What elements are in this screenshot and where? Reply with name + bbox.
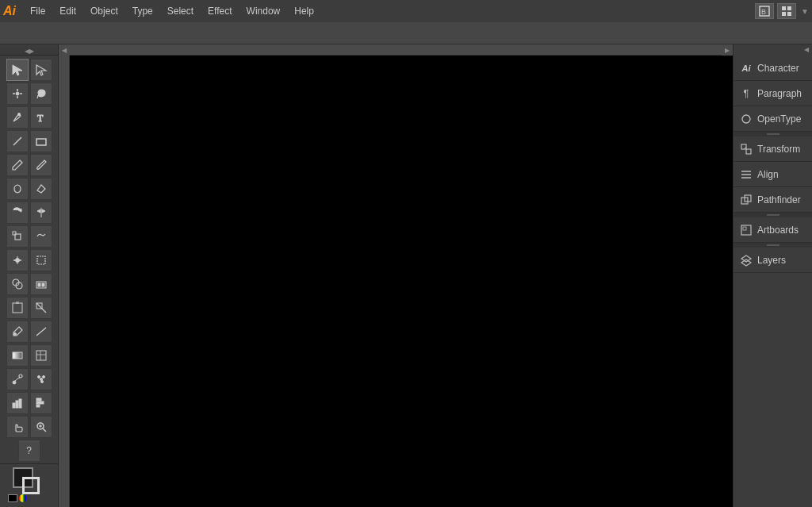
warp-tool[interactable] — [30, 225, 52, 248]
column-graph-tool[interactable] — [6, 392, 29, 414]
panel-item-layers[interactable]: Layers — [733, 248, 812, 273]
tool-row-pencil — [6, 154, 52, 176]
svg-line-15 — [13, 137, 21, 145]
panel-item-character[interactable]: Ai Character — [733, 56, 812, 81]
panel-item-transform[interactable]: Transform — [733, 136, 812, 162]
blob-brush-tool[interactable] — [6, 178, 29, 200]
menu-select[interactable]: Select — [161, 3, 200, 19]
measure-tool[interactable] — [30, 321, 52, 343]
symbol-sprayer-tool[interactable] — [30, 368, 52, 390]
align-label: Align — [757, 169, 779, 180]
tool-row-shapes — [6, 130, 52, 152]
transform-icon — [740, 143, 753, 156]
tool-row-wand — [6, 83, 52, 105]
svg-rect-70 — [746, 149, 751, 154]
menu-file[interactable]: File — [24, 3, 52, 19]
svg-marker-7 — [36, 65, 46, 75]
tool-row-artboard — [6, 297, 52, 319]
character-label: Character — [757, 63, 799, 74]
artboard-tool[interactable] — [6, 297, 29, 319]
canvas-scroll-top-right[interactable]: ▶ — [722, 44, 733, 56]
direct-selection-tool[interactable] — [30, 59, 52, 81]
svg-rect-32 — [42, 283, 44, 286]
blend-tool[interactable] — [6, 368, 29, 390]
shape-builder-tool[interactable] — [6, 273, 29, 295]
svg-marker-6 — [13, 65, 22, 75]
line-tool[interactable] — [6, 130, 29, 152]
svg-rect-42 — [36, 351, 46, 360]
swap-colors-icon[interactable] — [19, 494, 27, 502]
scale-tool[interactable] — [6, 225, 29, 248]
svg-rect-53 — [19, 399, 21, 408]
color-section — [3, 467, 55, 502]
svg-rect-3 — [787, 6, 791, 10]
pen-tool[interactable] — [6, 106, 29, 129]
menu-effect[interactable]: Effect — [201, 3, 238, 19]
tool-row-blob — [6, 178, 52, 200]
svg-marker-19 — [37, 209, 40, 213]
magic-wand-tool[interactable] — [6, 83, 29, 105]
svg-point-38 — [13, 333, 16, 336]
svg-text:T: T — [37, 113, 44, 124]
panel-item-paragraph[interactable]: ¶ Paragraph — [733, 81, 812, 106]
free-transform-tool[interactable] — [30, 249, 52, 271]
pencil-tool[interactable] — [6, 154, 29, 176]
rotate-tool[interactable] — [6, 202, 29, 224]
svg-point-12 — [16, 92, 19, 95]
main-layout: ◀▶ T — [0, 44, 812, 507]
svg-marker-20 — [42, 209, 45, 213]
brush-tool[interactable] — [30, 154, 52, 176]
grid-view-icon[interactable] — [777, 3, 796, 19]
tool-row-width — [6, 249, 52, 271]
svg-rect-69 — [741, 144, 746, 149]
type-tool[interactable]: T — [30, 106, 52, 129]
canvas-document[interactable] — [70, 56, 733, 507]
stroke-color-box[interactable] — [22, 477, 40, 494]
pathfinder-label: Pathfinder — [757, 194, 801, 205]
canvas-ruler-corner[interactable]: ◀ — [59, 44, 70, 56]
dropdown-arrow[interactable]: ▼ — [799, 7, 809, 16]
svg-marker-79 — [741, 255, 751, 262]
lasso-tool[interactable] — [30, 83, 52, 105]
svg-rect-16 — [36, 139, 46, 145]
slice-tool[interactable] — [30, 297, 52, 319]
menu-object[interactable]: Object — [84, 3, 124, 19]
canvas-area: ◀ ▶ — [59, 44, 733, 507]
help-tool[interactable]: ? — [18, 440, 40, 462]
menu-help[interactable]: Help — [288, 3, 320, 19]
pathfinder-icon — [740, 194, 753, 206]
arrange-icon[interactable]: B — [755, 3, 774, 19]
menu-type[interactable]: Type — [126, 3, 159, 19]
bar-graph-tool[interactable] — [30, 392, 52, 414]
panel-item-artboards[interactable]: Artboards — [733, 217, 812, 243]
svg-point-13 — [17, 113, 20, 116]
panel-item-opentype[interactable]: OpenType — [733, 106, 812, 132]
vertical-ruler — [59, 56, 70, 507]
panel-item-pathfinder[interactable]: Pathfinder — [733, 187, 812, 213]
gradient-tool[interactable] — [6, 344, 29, 367]
hand-tool[interactable] — [6, 416, 29, 438]
svg-rect-31 — [38, 283, 40, 286]
rectangle-tool[interactable] — [30, 130, 52, 152]
width-tool[interactable] — [6, 249, 29, 271]
svg-point-46 — [19, 374, 22, 378]
tool-row-scale — [6, 225, 52, 248]
eraser-tool[interactable] — [30, 178, 52, 200]
selection-tool[interactable] — [6, 59, 29, 81]
eyedropper-tool[interactable] — [6, 321, 29, 343]
panel-arrow-icon[interactable]: ◀ — [804, 46, 809, 54]
panel-collapse-top: ◀ — [733, 44, 812, 56]
reflect-tool[interactable] — [30, 202, 52, 224]
default-colors-icon[interactable] — [8, 494, 17, 502]
svg-rect-27 — [37, 256, 45, 264]
ruler-collapse[interactable]: ◀▶ — [25, 48, 34, 55]
paragraph-icon: ¶ — [740, 87, 753, 100]
zoom-tool[interactable] — [30, 416, 52, 438]
panel-item-align[interactable]: Align — [733, 162, 812, 187]
tool-row-gradient — [6, 344, 52, 367]
live-paint-tool[interactable] — [30, 273, 52, 295]
svg-rect-52 — [16, 401, 18, 408]
mesh-tool[interactable] — [30, 344, 52, 367]
menu-edit[interactable]: Edit — [53, 3, 82, 19]
menu-window[interactable]: Window — [240, 3, 287, 19]
